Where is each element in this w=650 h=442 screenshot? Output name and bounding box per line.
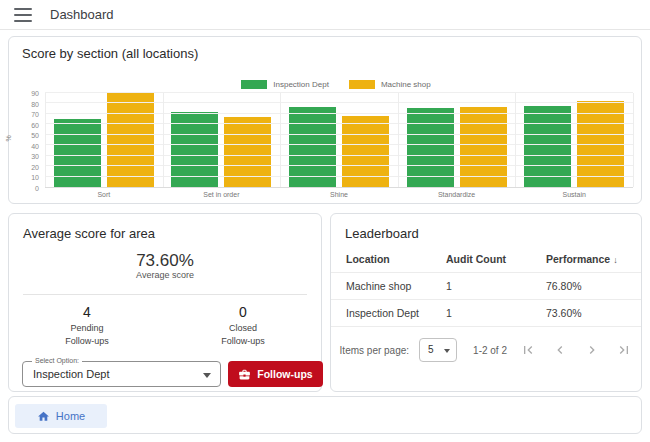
pending-count: 4 (9, 304, 165, 320)
x-tick-label: Sustain (515, 191, 633, 198)
y-tick-label: 20 (31, 163, 39, 170)
table-row: Inspection Dept 1 73.60% (331, 300, 641, 327)
closed-label-line2: Follow-ups (165, 336, 321, 346)
bar-groups (45, 93, 633, 187)
row-audit-count: 1 (446, 307, 546, 319)
area-select-value: Inspection Dept (33, 368, 109, 380)
average-card-title: Average score for area (23, 226, 155, 241)
average-score-value: 73.60% (9, 251, 321, 271)
gridline (45, 176, 633, 177)
gridline (398, 93, 399, 187)
chart-legend: Inspection DeptMachine shop (39, 77, 633, 91)
area-select-label: Select Option: (32, 357, 82, 364)
legend-swatch (349, 80, 375, 89)
hamburger-menu-icon[interactable] (14, 8, 32, 22)
bar-group-shine (280, 93, 398, 187)
page-title: Dashboard (50, 7, 114, 22)
gridline (45, 92, 633, 93)
home-button[interactable]: Home (15, 404, 107, 428)
chevron-left-icon (552, 342, 568, 358)
items-per-page-value: 5 (428, 344, 434, 355)
bar-group-sort (45, 93, 163, 187)
legend-label: Inspection Dept (273, 80, 329, 89)
legend-label: Machine shop (381, 80, 431, 89)
sort-descending-icon: ↓ (613, 255, 618, 265)
divider (23, 294, 307, 295)
items-per-page-label: Items per page: (340, 345, 409, 356)
bar-machine-shop (107, 93, 154, 187)
y-tick-label: 0 (35, 185, 39, 192)
row-performance: 73.60% (546, 307, 641, 319)
legend-item[interactable]: Inspection Dept (241, 80, 329, 89)
legend-swatch (241, 80, 267, 89)
column-header-location[interactable]: Location (346, 253, 446, 265)
row-performance: 76.80% (546, 280, 641, 292)
y-tick-label: 90 (31, 90, 39, 97)
page-range-label: 1-2 of 2 (473, 345, 507, 356)
y-tick-label: 10 (31, 174, 39, 181)
gridline (45, 144, 633, 145)
y-tick-label: 80 (31, 100, 39, 107)
gridline (45, 113, 633, 114)
gridline (280, 93, 281, 187)
next-page-button[interactable] (581, 339, 603, 361)
previous-page-button[interactable] (549, 339, 571, 361)
gridline (515, 93, 516, 187)
home-button-label: Home (56, 410, 85, 422)
gridline (45, 155, 633, 156)
gridline (45, 123, 633, 124)
gridline (163, 93, 164, 187)
bar-group-standardize (398, 93, 516, 187)
leaderboard-card: Leaderboard Location Audit Count Perform… (330, 213, 642, 392)
leaderboard-table: Location Audit Count Performance↓ Machin… (331, 246, 641, 327)
y-axis-label: % (5, 135, 12, 141)
home-icon (37, 410, 50, 423)
x-tick-label: Set in order (163, 191, 281, 198)
x-tick-label: Sort (45, 191, 163, 198)
chevron-down-icon (203, 373, 211, 378)
last-page-icon (616, 342, 632, 358)
y-tick-label: 60 (31, 121, 39, 128)
chart-title: Score by section (all locations) (22, 46, 198, 61)
y-tick-label: 50 (31, 132, 39, 139)
first-page-button[interactable] (517, 339, 539, 361)
followups-button[interactable]: Follow-ups (228, 361, 323, 387)
y-tick-label: 70 (31, 111, 39, 118)
column-header-audit-count[interactable]: Audit Count (446, 253, 546, 265)
items-per-page-select[interactable]: 5 (419, 338, 457, 362)
closed-label-line1: Closed (165, 323, 321, 333)
last-page-button[interactable] (613, 339, 635, 361)
pending-label-line2: Follow-ups (9, 336, 165, 346)
row-audit-count: 1 (446, 280, 546, 292)
area-select[interactable]: Select Option: Inspection Dept (22, 361, 221, 387)
gridline (45, 102, 633, 103)
average-score-label: Average score (9, 270, 321, 280)
gridline (45, 134, 633, 135)
y-axis-ticks: 0102030405060708090 (17, 93, 39, 188)
gridline (45, 93, 46, 187)
footer-bar: Home (8, 396, 642, 434)
y-tick-label: 40 (31, 142, 39, 149)
leaderboard-title: Leaderboard (345, 226, 419, 241)
first-page-icon (520, 342, 536, 358)
x-tick-label: Shine (280, 191, 398, 198)
column-header-performance[interactable]: Performance↓ (546, 253, 641, 265)
average-score-card: Average score for area 73.60% Average sc… (8, 213, 322, 392)
y-tick-label: 30 (31, 153, 39, 160)
top-app-bar: Dashboard (0, 0, 650, 30)
table-header-row: Location Audit Count Performance↓ (331, 246, 641, 273)
pending-followups-stat: 4 Pending Follow-ups (9, 304, 165, 346)
gridline (633, 93, 634, 187)
chart-plot-area (45, 93, 633, 188)
table-row: Machine shop 1 76.80% (331, 273, 641, 300)
closed-count: 0 (165, 304, 321, 320)
gridline (45, 165, 633, 166)
chevron-right-icon (584, 342, 600, 358)
followups-button-label: Follow-ups (257, 368, 312, 380)
chevron-down-icon (444, 349, 450, 353)
paginator: Items per page: 5 1-2 of 2 (331, 336, 635, 364)
x-tick-label: Standardize (398, 191, 516, 198)
legend-item[interactable]: Machine shop (349, 80, 431, 89)
row-location: Machine shop (346, 280, 446, 292)
x-axis-labels: SortSet in orderShineStandardizeSustain (45, 191, 633, 198)
